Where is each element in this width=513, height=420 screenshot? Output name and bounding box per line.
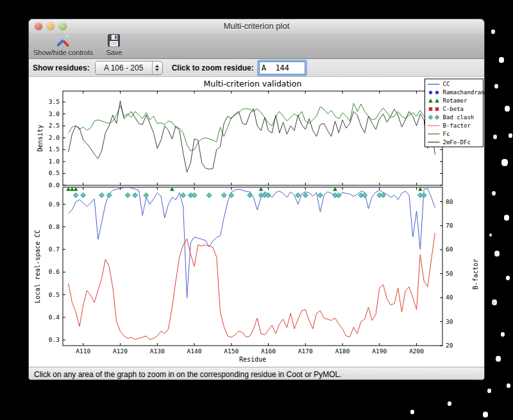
bfactor-tick-label: 70 <box>446 222 453 229</box>
fc-line <box>69 103 435 151</box>
arrow-down-icon <box>155 69 159 71</box>
desktop-background: Multi-criterion plot Show/hide controls <box>0 0 513 420</box>
legend-label: B-factor <box>443 122 471 129</box>
window-titlebar[interactable]: Multi-criterion plot <box>29 19 484 33</box>
bfactor-axis-label: B-factor <box>472 258 479 289</box>
bfactor-tick-label: 80 <box>446 198 453 205</box>
multi-criterion-plot-window: Multi-criterion plot Show/hide controls <box>29 19 484 380</box>
b-factor-line <box>69 233 435 339</box>
arrow-up-icon <box>155 65 159 67</box>
zoom-residue-label: Click to zoom residue: <box>172 63 254 72</box>
residue-tick-label: A180 <box>335 348 350 355</box>
legend-label: Rotamer <box>443 97 468 104</box>
density-tick-label: 3.5 <box>49 98 60 105</box>
density-tick-label: 2.0 <box>49 134 60 141</box>
cc-tick-label: 0.9 <box>49 201 60 208</box>
density-tick-label: 1.0 <box>49 158 60 165</box>
save-button[interactable]: Save <box>104 33 124 57</box>
bfactor-tick-label: 20 <box>446 342 453 349</box>
density-axis-label: Density <box>37 124 44 151</box>
residue-tick-label: A140 <box>187 348 202 355</box>
cc-axis-label: Local real-space CC <box>34 230 41 303</box>
window-title: Multi-criterion plot <box>29 19 484 33</box>
density-tick-label: 2.5 <box>49 122 60 129</box>
residue-range-value: A 106 - 205 <box>96 63 152 72</box>
figure-area[interactable]: 0.00.51.01.52.02.53.03.5Multi-criterion … <box>29 77 484 367</box>
residue-tick-label: A150 <box>224 348 239 355</box>
bfactor-tick-label: 30 <box>446 318 453 325</box>
residue-tick-label: A110 <box>76 348 90 355</box>
cc-tick-label: 0.8 <box>49 223 60 230</box>
close-button[interactable] <box>35 22 42 30</box>
traffic-lights <box>35 22 67 30</box>
show-hide-controls-button[interactable]: Show/hide controls <box>31 33 95 57</box>
cc-tick-label: 0.3 <box>49 336 60 343</box>
zoom-residue-input[interactable] <box>259 62 305 74</box>
cc-tick-label: 0.4 <box>49 314 60 321</box>
tools-icon <box>55 33 71 49</box>
residue-tick-label: A120 <box>113 348 128 355</box>
legend-label: CC <box>443 81 450 87</box>
legend-label: Fc <box>443 131 450 137</box>
bfactor-tick-label: 60 <box>446 246 453 253</box>
show-residues-label: Show residues: <box>33 63 90 72</box>
validation-chart[interactable]: 0.00.51.01.52.02.53.03.5Multi-criterion … <box>29 77 484 367</box>
status-bar: Click on any area of the graph to zoom i… <box>29 367 484 380</box>
screen-artifacts <box>0 0 1 2</box>
residue-tick-label: A130 <box>150 348 165 355</box>
cc-line <box>69 187 435 298</box>
density-tick-label: 0.0 <box>49 181 60 189</box>
minimize-button[interactable] <box>47 22 55 30</box>
cc-tick-label: 0.7 <box>49 246 60 253</box>
bfactor-tick-label: 50 <box>446 270 453 277</box>
zoom-button[interactable] <box>59 22 67 30</box>
cc-tick-label: 0.6 <box>49 268 60 275</box>
window-chrome: Multi-criterion plot Show/hide controls <box>29 19 484 59</box>
stepper-arrows-icon <box>152 62 162 74</box>
legend-label: C-beta <box>443 106 464 112</box>
legend-label: Bad clash <box>443 114 475 121</box>
2mfo-dfc-line <box>69 101 435 172</box>
residue-tick-label: A170 <box>298 348 313 355</box>
residue-range-select[interactable]: A 106 - 205 <box>95 61 163 75</box>
chart-title: Multi-criterion validation <box>204 79 302 88</box>
residue-axis-label: Residue <box>239 356 266 363</box>
legend-label: Ramachandran <box>443 89 485 96</box>
status-text: Click on any area of the graph to zoom i… <box>34 370 342 379</box>
residue-tick-label: A200 <box>409 348 424 355</box>
residue-tick-label: A160 <box>261 348 276 355</box>
residue-tick-label: A190 <box>372 348 387 355</box>
toolbar-button-label: Save <box>106 49 122 56</box>
toolbar: Show/hide controls Save <box>29 33 484 58</box>
toolbar-button-label: Show/hide controls <box>33 49 93 56</box>
save-icon <box>106 33 122 49</box>
density-tick-label: 1.5 <box>49 146 60 153</box>
legend-label: 2mFo-DFc <box>443 139 471 146</box>
controls-row: Show residues: A 106 - 205 Click to zoom… <box>29 59 484 77</box>
density-tick-label: 0.5 <box>49 169 60 176</box>
cc-tick-label: 0.5 <box>49 291 60 298</box>
bfactor-tick-label: 40 <box>446 294 453 301</box>
density-tick-label: 3.0 <box>49 110 60 117</box>
cc-bfactor-plot-frame <box>63 187 442 346</box>
